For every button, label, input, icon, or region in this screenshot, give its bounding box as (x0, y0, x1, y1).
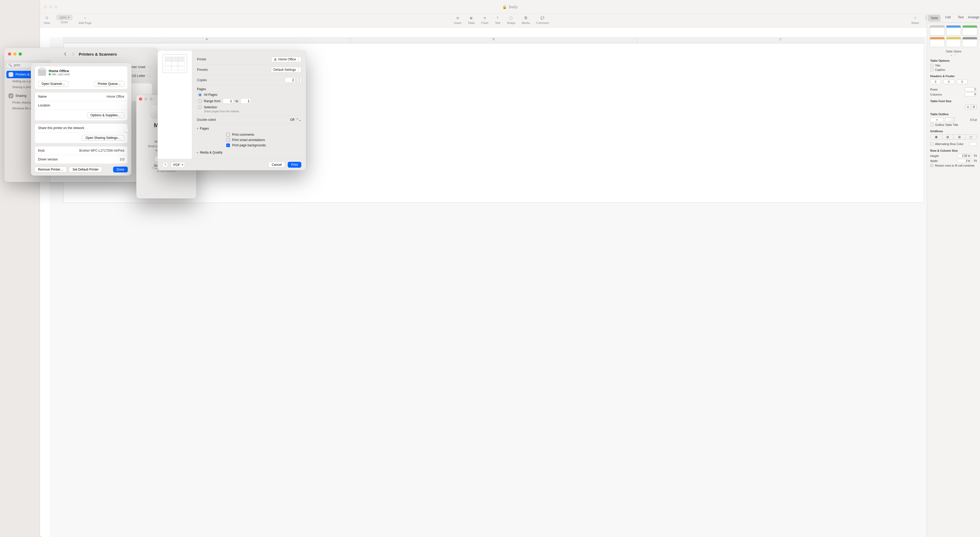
open-scanner-button[interactable]: Open Scanner… (38, 81, 69, 87)
set-default-button[interactable]: Set Default Printer (69, 167, 102, 172)
outline-style-popup[interactable]: ━ (930, 118, 943, 122)
open-sharing-settings-button[interactable]: Open Sharing Settings… (82, 135, 124, 141)
table-styles-label: Table Styles (927, 50, 980, 54)
height-label: Height (930, 154, 939, 157)
options-supplies-button[interactable]: Options & Supplies… (87, 112, 124, 118)
insert-tool[interactable]: ⊞Insert (454, 15, 461, 24)
close-button[interactable] (8, 52, 11, 56)
column-headers: A B C (64, 37, 924, 43)
media-tool[interactable]: 🖼Media (522, 15, 530, 24)
tab-table[interactable]: Table (928, 14, 940, 22)
cancel-button[interactable]: Cancel (268, 162, 285, 168)
height-field[interactable] (958, 154, 971, 158)
pages-disclosure[interactable]: ▾Pages (197, 124, 301, 132)
outline-color-well[interactable] (945, 118, 955, 122)
col-header[interactable]: A (64, 37, 350, 43)
range-option[interactable]: Range from to (197, 97, 301, 105)
printer-queue-button[interactable]: Printer Queue… (94, 81, 124, 87)
cols-field[interactable] (964, 92, 977, 96)
gridline-opt[interactable]: ▥ (954, 135, 966, 139)
chart-tool[interactable]: ◔Chart (481, 15, 488, 24)
close-button[interactable] (44, 5, 47, 8)
header-cols-stepper[interactable]: 0 (943, 79, 954, 84)
view-tool[interactable]: ☰View (44, 15, 50, 24)
selection-option[interactable]: Selection (197, 105, 301, 110)
title-checkbox[interactable] (930, 64, 934, 67)
alt-row-checkbox[interactable] (930, 142, 934, 146)
help-button[interactable]: ? (162, 162, 168, 168)
print-annotations-option[interactable]: Print smart annotations (197, 137, 301, 143)
width-field[interactable] (958, 159, 971, 163)
print-button[interactable]: Print (288, 162, 301, 168)
kind-value: Brother MFC-L2717DW-AirPrint (79, 149, 124, 153)
comment-tool[interactable]: 💬Comment (536, 15, 549, 24)
share-tool[interactable]: ⇪Share (911, 15, 919, 24)
printer-popup[interactable]: 🖨 Home Office ⌃⌄ (271, 56, 301, 62)
media-quality-disclosure[interactable]: ▸Media & Quality (197, 148, 301, 156)
table-style[interactable] (946, 25, 961, 35)
font-larger-button[interactable]: A (971, 105, 977, 109)
footer-rows-stepper[interactable]: 0 (957, 79, 967, 84)
remove-printer-button[interactable]: Remove Printer… (35, 167, 67, 172)
range-to-field[interactable] (240, 98, 251, 104)
gridline-opt[interactable]: ▢ (966, 135, 977, 139)
zoom-button[interactable] (19, 52, 22, 56)
document-title: 🔒 Daily (502, 5, 518, 9)
shape-tool[interactable]: ◯Shape (507, 15, 515, 24)
table-style[interactable] (963, 37, 977, 47)
range-from-field[interactable] (223, 98, 234, 104)
col-header[interactable]: C (637, 37, 924, 43)
table-style[interactable] (963, 25, 977, 35)
rows-field[interactable] (964, 87, 977, 91)
zoom-button[interactable] (54, 5, 57, 8)
printer-name: Home Office (49, 69, 70, 73)
zoom-tool[interactable]: 100%▾Zoom (56, 15, 72, 24)
table-style[interactable] (946, 37, 961, 47)
outline-title-label: Outline Table Title (935, 123, 958, 126)
alt-row-color-well[interactable] (969, 142, 977, 146)
close-button[interactable] (139, 97, 142, 100)
done-button[interactable]: Done (113, 167, 128, 172)
minimize-button[interactable] (13, 52, 16, 56)
header-rows-stepper[interactable]: 0 (930, 79, 941, 84)
pdf-menu-button[interactable]: PDF▾ (171, 162, 185, 168)
kind-label: Kind (38, 149, 45, 153)
gridline-opt[interactable]: ▤ (942, 135, 954, 139)
page-thumbnail[interactable] (162, 54, 187, 73)
double-sided-label: Double-sided (197, 118, 216, 122)
range-to-label: to (235, 99, 238, 103)
double-sided-popup[interactable]: ⌃⌄ (296, 118, 301, 122)
zoom-button[interactable] (150, 97, 153, 100)
fit-height-button[interactable]: Fit (974, 154, 977, 157)
font-smaller-button[interactable]: ᴀ (966, 105, 971, 109)
tab-arrange[interactable]: Arrange (967, 14, 980, 22)
col-header[interactable]: B (350, 37, 637, 43)
tab-text[interactable]: Text (955, 14, 967, 22)
paper-size-popup[interactable]: US Letter⌃⌄ (132, 74, 151, 78)
forward-button[interactable] (71, 52, 76, 56)
minimize-button[interactable] (49, 5, 52, 8)
outline-title-checkbox[interactable] (930, 123, 934, 126)
presets-popup[interactable]: Default Settings⌃⌄ (271, 67, 301, 73)
caption-checkbox[interactable] (930, 68, 934, 71)
table-tool[interactable]: ▦Table (468, 15, 474, 24)
window-controls (8, 52, 22, 56)
fit-width-button[interactable]: Fit (974, 159, 977, 162)
copies-field[interactable] (285, 77, 296, 83)
print-backgrounds-option[interactable]: Print page backgrounds (197, 143, 301, 148)
all-pages-option[interactable]: All Pages (197, 92, 301, 97)
table-style[interactable] (930, 37, 945, 47)
tab-cell[interactable]: Cell (942, 14, 954, 22)
add-page-tool[interactable]: ＋Add Page (79, 15, 92, 24)
copies-stepper[interactable]: ▴▾ (297, 78, 301, 83)
format-inspector: Table Cell Text Arrange Table Styles ● ○… (927, 14, 980, 537)
print-comments-option[interactable]: Print comments (197, 132, 301, 137)
minimize-button[interactable] (144, 97, 148, 100)
printer-icon: 🖨 (274, 57, 277, 61)
back-button[interactable] (63, 52, 68, 56)
table-style[interactable] (930, 25, 945, 35)
name-field[interactable]: Home Office (107, 95, 124, 99)
gridline-opt[interactable]: ▦ (931, 135, 942, 139)
text-tool[interactable]: TText (495, 15, 501, 24)
resize-rows-checkbox[interactable] (930, 164, 934, 167)
